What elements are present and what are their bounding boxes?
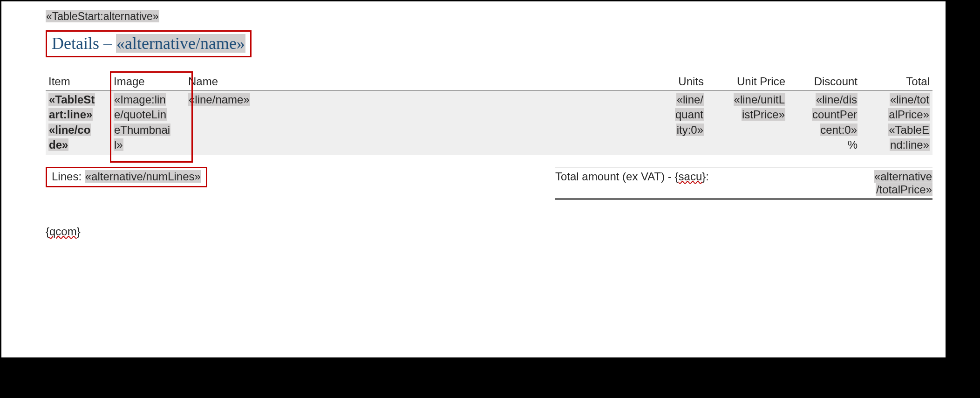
heading-box: Details – «alternative/name» — [46, 30, 252, 57]
totals-value: «alternative /totalPrice» — [842, 170, 932, 196]
cell-units: «line/ quant ity:0» — [660, 90, 707, 155]
heading-static: Details – — [52, 34, 116, 53]
cell-total: «line/tot alPrice» «TableE nd:line» — [860, 90, 932, 155]
document-page: «TableStart:alternative» Details – «alte… — [0, 0, 947, 359]
cell-discount: «line/dis countPer cent:0» % — [788, 90, 860, 155]
totals-block: Total amount (ex VAT) - {sacu}: «alterna… — [555, 167, 932, 200]
merge-field: «TableStart:alternative» — [46, 10, 159, 22]
heading-merge: «alternative/name» — [116, 34, 245, 53]
table-container: Item Image Name Units Unit Price Discoun… — [46, 74, 932, 155]
lines-label: Lines: — [52, 170, 85, 183]
col-total: Total — [860, 74, 932, 90]
col-discount: Discount — [788, 74, 860, 90]
col-units: Units — [660, 74, 707, 90]
qcom-placeholder: {qcom} — [46, 225, 932, 238]
col-item: Item — [46, 74, 111, 90]
cell-unitprice: «line/unitL istPrice» — [707, 90, 788, 155]
cell-item: «TableSt art:line» «line/co de» — [46, 90, 111, 155]
lines-merge: «alternative/numLines» — [85, 170, 201, 183]
totals-label: Total amount (ex VAT) - {sacu}: — [555, 170, 842, 196]
cell-name: «line/name» — [185, 90, 660, 155]
table-start-merge: «TableStart:alternative» — [46, 10, 932, 23]
lines-box: Lines: «alternative/numLines» — [46, 167, 207, 187]
footer-row: Lines: «alternative/numLines» Total amou… — [46, 167, 932, 200]
col-name: Name — [185, 74, 660, 90]
details-heading: Details – «alternative/name» — [47, 32, 250, 56]
image-column-highlight — [110, 71, 193, 163]
col-unitprice: Unit Price — [707, 74, 788, 90]
